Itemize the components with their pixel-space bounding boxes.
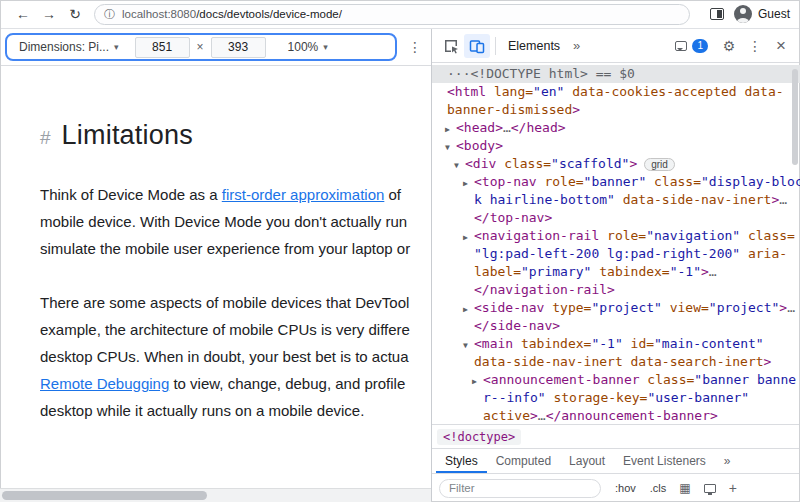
paragraph-text: desktop while it actually runs on a mobi… [40, 402, 364, 419]
address-bar[interactable]: ⓘ localhost:8080 /docs/devtools/device-m… [94, 4, 690, 25]
new-style-rule-icon[interactable]: + [729, 480, 737, 496]
dom-tree-line[interactable]: </navigation-rail> [432, 281, 800, 299]
heading-anchor-hash[interactable]: # [40, 127, 51, 149]
text-link[interactable]: first-order approximation [222, 186, 385, 203]
issues-count-badge[interactable]: 1 [692, 39, 708, 53]
url-path: /docs/devtools/device-mode/ [196, 8, 342, 20]
styles-filter-input[interactable] [439, 479, 601, 498]
dom-tree-line[interactable]: active>…</announcement-banner> [432, 407, 800, 424]
paragraph-text: simulate the mobile user experience from… [40, 240, 410, 257]
width-input[interactable] [135, 37, 190, 58]
expand-arrow-icon[interactable]: ▶ [463, 175, 474, 191]
height-input[interactable] [211, 37, 266, 58]
dom-tree-line[interactable]: r--info" storage-key="user-banner" [432, 389, 800, 407]
zoom-value: 100% [288, 40, 319, 54]
dom-tree-line[interactable]: ▼<div class="scaffold">grid [432, 155, 800, 173]
chevron-down-icon: ▾ [114, 42, 119, 52]
site-info-icon[interactable]: ⓘ [104, 7, 115, 22]
settings-gear-icon[interactable]: ⚙ [723, 38, 736, 54]
toolbar-divider [495, 37, 496, 55]
paragraph-text: Think of Device Mode as a [40, 186, 222, 203]
device-toolbar-menu-icon[interactable]: ⋮ [404, 39, 426, 55]
dom-tree-line[interactable]: label="primary" tabindex="-1">… [432, 263, 800, 281]
inspect-element-icon [443, 38, 459, 54]
collapse-arrow-icon[interactable]: ▼ [445, 139, 456, 155]
profile-avatar[interactable] [734, 5, 752, 23]
devtools-toolbar: Elements » 1 ⚙ ⋮ × [432, 29, 800, 63]
paragraph: There are some aspects of mobile devices… [40, 289, 431, 424]
chevron-down-icon: ▾ [323, 42, 328, 52]
devtools-panel: Elements » 1 ⚙ ⋮ × ···<!DOCTYPE html> ==… [431, 29, 800, 502]
grid-editor-icon[interactable]: ▦ [679, 481, 690, 495]
dom-tree-line[interactable]: banner-dismissed> [432, 101, 800, 119]
toggle-device-toolbar-icon[interactable] [464, 34, 490, 58]
devtools-menu-icon[interactable]: ⋮ [748, 38, 762, 54]
breadcrumb-doctype[interactable]: <!doctype> [437, 429, 521, 445]
expand-arrow-icon[interactable]: ▶ [472, 373, 483, 389]
horizontal-scrollbar-thumb[interactable] [2, 491, 207, 500]
toggle-element-state-button[interactable]: :hov [615, 482, 636, 494]
page-viewport: Dimensions: Pi... ▾ × 100% ▾ ⋮ # Limitat… [0, 29, 431, 502]
device-select[interactable]: Dimensions: Pi... [19, 40, 109, 54]
expand-arrow-icon[interactable]: ▶ [463, 301, 474, 317]
dom-tree-line[interactable]: <html lang="en" data-cookies-accepted da… [432, 83, 800, 101]
device-mode-toolbar: Dimensions: Pi... ▾ × 100% ▾ ⋮ [0, 29, 431, 66]
profile-name: Guest [758, 7, 790, 21]
paragraph: Think of Device Mode as a first-order ap… [40, 181, 431, 262]
article-content: # Limitations Think of Device Mode as a … [0, 66, 431, 488]
vertical-scrollbar-thumb[interactable] [792, 69, 798, 165]
styles-panel-tab[interactable]: » [715, 449, 740, 473]
paragraph-text: mobile device. With Device Mode you don'… [40, 213, 407, 230]
tab-elements[interactable]: Elements [501, 39, 567, 53]
browser-window: ← → ↻ ⓘ localhost:8080 /docs/devtools/de… [0, 0, 800, 502]
styles-panel-tab[interactable]: Computed [487, 449, 560, 473]
element-classes-button[interactable]: .cls [650, 482, 667, 494]
styles-sidebar-tabs: StylesComputedLayoutEvent Listeners» [432, 448, 800, 473]
article-paragraphs: Think of Device Mode as a first-order ap… [40, 181, 431, 424]
forward-icon[interactable]: → [36, 6, 62, 22]
paragraph-text: of [384, 186, 401, 203]
dom-tree-line[interactable]: </side-nav> [432, 317, 800, 335]
back-icon[interactable]: ← [10, 6, 36, 22]
browser-toolbar: ← → ↻ ⓘ localhost:8080 /docs/devtools/de… [0, 0, 800, 29]
dom-tree-line[interactable]: ▶<top-nav role="banner" class="display-b… [432, 173, 800, 191]
paragraph-text: example, the architecture of mobile CPUs… [40, 321, 410, 338]
url-host: localhost:8080 [122, 8, 196, 20]
computed-styles-icon[interactable] [704, 484, 716, 493]
expand-arrow-icon[interactable]: ▶ [463, 229, 474, 245]
dom-tree-line[interactable]: ▶<head>…</head> [432, 119, 800, 137]
dom-tree[interactable]: ···<!DOCTYPE html> == $0<html lang="en" … [432, 63, 800, 424]
dom-tree-line[interactable]: ▶<navigation-rail role="navigation" clas… [432, 227, 800, 245]
close-devtools-icon[interactable]: × [776, 36, 786, 56]
side-panel-icon[interactable] [710, 8, 724, 20]
inspect-element-icon[interactable] [438, 34, 464, 58]
grid-badge[interactable]: grid [644, 158, 675, 171]
dom-tree-line[interactable]: ▶<announcement-banner class="banner bann… [432, 371, 800, 389]
text-link[interactable]: Remote Debugging [40, 375, 169, 392]
console-messages-icon[interactable] [675, 41, 687, 51]
dom-tree-line[interactable]: </top-nav> [432, 209, 800, 227]
zoom-select[interactable]: 100% ▾ [288, 40, 328, 54]
dom-tree-line[interactable]: ▼<body> [432, 137, 800, 155]
dom-tree-line[interactable]: ▼<main tabindex="-1" id="main-content" [432, 335, 800, 353]
reload-icon[interactable]: ↻ [62, 6, 88, 22]
collapse-arrow-icon[interactable]: ▼ [454, 157, 465, 173]
more-panels-icon[interactable]: » [567, 38, 586, 53]
collapse-arrow-icon[interactable]: ▼ [463, 337, 474, 353]
expand-arrow-icon[interactable]: ▶ [445, 121, 456, 137]
styles-panel-tab[interactable]: Styles [436, 449, 487, 473]
dom-tree-line[interactable]: ▶<side-nav type="project" view="project"… [432, 299, 800, 317]
dom-tree-line[interactable]: k hairline-bottom" data-side-nav-inert>… [432, 191, 800, 209]
paragraph-text: to view, change, debug, and profile [169, 375, 405, 392]
element-breadcrumbs: <!doctype> [432, 424, 800, 448]
paragraph-text: desktop CPUs. When in doubt, your best b… [40, 348, 409, 365]
page-title: Limitations [62, 120, 193, 151]
styles-panel-tab[interactable]: Event Listeners [614, 449, 715, 473]
dom-tree-line[interactable]: "lg:pad-left-200 lg:pad-right-200" aria- [432, 245, 800, 263]
dom-tree-line[interactable]: ···<!DOCTYPE html> == $0 [432, 65, 800, 83]
device-dimensions-group: Dimensions: Pi... ▾ × 100% ▾ [5, 33, 397, 61]
horizontal-scrollbar[interactable] [0, 488, 431, 502]
styles-panel-tab[interactable]: Layout [560, 449, 614, 473]
dimensions-separator: × [197, 40, 204, 54]
dom-tree-line[interactable]: data-side-nav-inert data-search-inert> [432, 353, 800, 371]
